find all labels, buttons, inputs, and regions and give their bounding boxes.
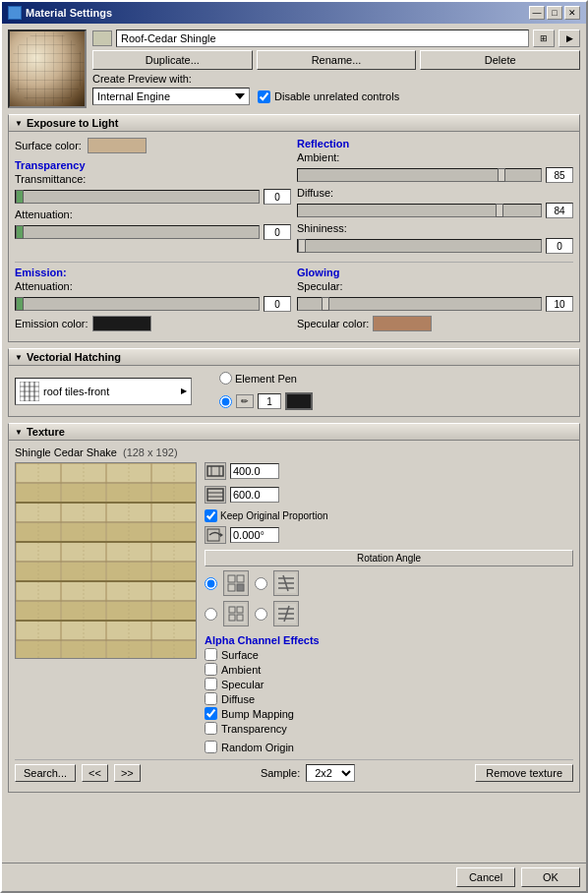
transparency-label: Transparency <box>15 159 291 171</box>
ambient-slider[interactable] <box>297 168 542 182</box>
keep-proportion-checkbox[interactable] <box>205 509 217 522</box>
rotation-angle-icon <box>205 526 226 544</box>
emission-attenuation-label: Attenuation: <box>15 280 84 292</box>
emission-color-swatch[interactable] <box>92 316 151 331</box>
alpha-bump-label[interactable]: Bump Mapping <box>205 707 573 720</box>
exposure-title: Exposure to Light <box>27 117 119 129</box>
hatching-pattern-select[interactable]: roof tiles-front ▶ <box>15 378 192 405</box>
emission-label: Emission: <box>15 267 291 278</box>
width-icon <box>205 462 226 480</box>
reflection-label: Reflection <box>297 138 573 149</box>
svg-rect-39 <box>237 584 244 591</box>
transmittance-value: 0 <box>264 189 291 205</box>
attenuation-value: 0 <box>264 224 291 240</box>
emission-attenuation-value: 0 <box>264 296 291 312</box>
minimize-button[interactable]: — <box>529 6 545 20</box>
alpha-surface-label[interactable]: Surface <box>205 648 573 661</box>
cancel-button[interactable]: Cancel <box>456 867 515 887</box>
pen-color-swatch[interactable] <box>285 392 313 410</box>
rotation-radio-1[interactable] <box>255 577 267 590</box>
hatching-header[interactable]: ▼ Vectorial Hatching <box>8 348 580 366</box>
alpha-diffuse-label[interactable]: Diffuse <box>205 692 573 705</box>
sample-select[interactable]: 2x2 <box>306 764 355 782</box>
svg-rect-30 <box>207 489 223 501</box>
hatching-arrow: ▶ <box>181 387 187 395</box>
hatching-content: roof tiles-front ▶ Element Pen ✏ 1 <box>8 366 580 417</box>
engine-select[interactable]: Internal Engine <box>92 88 250 105</box>
surface-color-swatch[interactable] <box>88 138 147 153</box>
diffuse-slider[interactable] <box>297 204 542 217</box>
random-origin-label[interactable]: Random Origin <box>205 741 573 753</box>
svg-rect-21 <box>38 581 197 621</box>
prev-button[interactable]: << <box>82 764 108 782</box>
rotation-value[interactable]: 0.000° <box>230 527 279 543</box>
disable-controls-checkbox-label[interactable]: Disable unrelated controls <box>258 90 399 103</box>
texture-header[interactable]: ▼ Texture <box>8 423 580 441</box>
pen-number[interactable]: 1 <box>258 393 281 409</box>
rotation-icon-3[interactable] <box>273 601 299 626</box>
exposure-header[interactable]: ▼ Exposure to Light <box>8 114 580 132</box>
pen-radio-active[interactable] <box>219 395 232 408</box>
element-pen-radio[interactable] <box>219 372 232 385</box>
alpha-bump-checkbox[interactable] <box>205 707 217 720</box>
texture-title: Texture <box>27 426 65 438</box>
material-preview <box>8 30 87 108</box>
material-icon-btn1[interactable]: ⊞ <box>533 30 555 47</box>
diffuse-label: Diffuse: <box>297 187 366 199</box>
rotation-radio-0[interactable] <box>205 577 217 590</box>
rotation-radio-2[interactable] <box>205 608 217 621</box>
svg-rect-18 <box>16 463 197 503</box>
keep-proportion-label[interactable]: Keep Original Proportion <box>205 509 573 522</box>
maximize-button[interactable]: □ <box>547 6 562 20</box>
element-pen-radio-label[interactable]: Element Pen <box>219 372 297 385</box>
duplicate-button[interactable]: Duplicate... <box>92 50 253 70</box>
rename-button[interactable]: Rename... <box>257 50 417 70</box>
window-title: Material Settings <box>26 7 112 19</box>
alpha-ambient-checkbox[interactable] <box>205 663 217 676</box>
search-button[interactable]: Search... <box>15 764 76 782</box>
alpha-specular-checkbox[interactable] <box>205 678 217 690</box>
rotation-icon-0[interactable] <box>223 570 249 596</box>
rotation-radio-3[interactable] <box>255 608 267 621</box>
transmittance-slider[interactable] <box>15 190 260 204</box>
close-button[interactable]: ✕ <box>564 6 580 20</box>
rotation-icon-1[interactable] <box>273 570 299 596</box>
rotation-icon-2[interactable] <box>223 601 249 626</box>
remove-texture-button[interactable]: Remove texture <box>475 764 573 782</box>
shininess-slider[interactable] <box>297 239 542 253</box>
footer: Cancel OK <box>2 863 586 891</box>
alpha-ambient-label[interactable]: Ambient <box>205 663 573 676</box>
delete-button[interactable]: Delete <box>420 50 580 70</box>
disable-controls-checkbox[interactable] <box>258 90 270 103</box>
specular-value: 10 <box>546 296 573 312</box>
emission-attenuation-slider[interactable] <box>15 297 260 311</box>
pen-icon: ✏ <box>236 394 254 408</box>
specular-color-swatch[interactable] <box>373 316 432 331</box>
transmittance-label: Transmittance: <box>15 173 86 185</box>
ok-button[interactable]: OK <box>521 867 580 887</box>
specular-slider[interactable] <box>297 297 542 311</box>
attenuation-label: Attenuation: <box>15 208 84 220</box>
svg-rect-20 <box>16 542 197 581</box>
random-origin-checkbox[interactable] <box>205 741 217 753</box>
next-button[interactable]: >> <box>114 764 141 782</box>
svg-rect-22 <box>16 621 197 659</box>
alpha-transparency-checkbox[interactable] <box>205 722 217 735</box>
rotation-angle-button[interactable]: Rotation Angle <box>205 550 573 566</box>
texture-preview-image <box>15 462 197 659</box>
texture-width-value[interactable]: 400.0 <box>230 463 279 479</box>
texture-height-value[interactable]: 600.0 <box>230 487 279 503</box>
alpha-transparency-label[interactable]: Transparency <box>205 722 573 735</box>
surface-color-label: Surface color: <box>15 140 84 151</box>
material-name-field[interactable]: Roof-Cedar Shingle <box>116 30 529 47</box>
texture-triangle: ▼ <box>15 428 23 437</box>
material-icon-btn2[interactable]: ▶ <box>559 30 580 47</box>
alpha-diffuse-checkbox[interactable] <box>205 692 217 705</box>
attenuation-slider[interactable] <box>15 225 260 239</box>
alpha-surface-checkbox[interactable] <box>205 648 217 661</box>
window-icon <box>8 6 22 20</box>
sample-label: Sample: <box>261 767 300 779</box>
alpha-specular-label[interactable]: Specular <box>205 678 573 690</box>
specular-label: Specular: <box>297 280 366 292</box>
diffuse-value: 84 <box>546 203 573 218</box>
